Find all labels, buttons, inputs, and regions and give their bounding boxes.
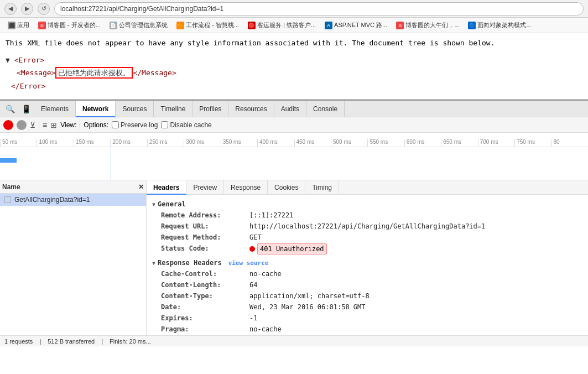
rh-expires: Expires: -1 bbox=[161, 313, 582, 323]
response-headers-section-title: Response Headers view source bbox=[152, 259, 582, 267]
rh-date-key: Date: bbox=[161, 302, 249, 312]
bookmark-apps[interactable]: ⬛ 应用 bbox=[4, 20, 33, 30]
bookmark-4-label: 客运服务 | 铁路客户... bbox=[257, 21, 316, 29]
tab-resources[interactable]: Resources bbox=[228, 101, 274, 117]
ruler-mark-13: 700 ms bbox=[478, 139, 514, 147]
tab-network[interactable]: Network bbox=[76, 101, 116, 117]
rh-date: Date: Wed, 23 Mar 2016 06:01:58 GMT bbox=[161, 302, 582, 312]
back-button[interactable]: ◀ bbox=[4, 3, 17, 15]
ruler-mark-4: 250 ms bbox=[147, 139, 184, 147]
ruler-mark-6: 350 ms bbox=[221, 139, 257, 147]
timeline-ruler: 50 ms 100 ms 150 ms 200 ms 250 ms 300 ms… bbox=[0, 133, 588, 147]
status-dot bbox=[249, 246, 255, 252]
preserve-log-checkbox[interactable]: Preserve log bbox=[112, 121, 158, 129]
xml-tree: ▼ <Error> <Message>已拒绝为此请求授权。</Message> … bbox=[6, 54, 582, 92]
bookmark-3[interactable]: 🔶 工作流程 - 智慧桃... bbox=[173, 20, 242, 30]
rh-pragma-val: no-cache bbox=[249, 324, 282, 334]
disable-cache-input[interactable] bbox=[161, 121, 168, 128]
status-badge: 401 Unauthorized bbox=[249, 243, 327, 254]
bookmark-5-label: ASP.NET MVC 路... bbox=[334, 21, 387, 29]
bm7-icon: 🔵 bbox=[468, 22, 476, 29]
general-section-title: General bbox=[152, 200, 582, 208]
file-list-item-0[interactable]: GetAllChargingData?id=1 bbox=[0, 194, 146, 206]
ruler-mark-9: 500 ms bbox=[331, 139, 367, 147]
bookmark-2[interactable]: 📄 公司管理信息系统 bbox=[106, 20, 171, 30]
ruler-mark-14: 750 ms bbox=[514, 139, 551, 147]
file-icon bbox=[4, 196, 11, 203]
network-toolbar: ⊻ ≡ ⊞ View: Options: Preserve log Disabl… bbox=[0, 117, 588, 133]
xml-message-close: </Message> bbox=[133, 69, 176, 77]
xml-error-close: </Error> bbox=[11, 80, 582, 92]
bm3-icon: 🔶 bbox=[176, 22, 184, 29]
bookmark-1[interactable]: B 博客园 - 开发者的... bbox=[35, 20, 104, 30]
bookmark-bar: ⬛ 应用 B 博客园 - 开发者的... 📄 公司管理信息系统 🔶 工作流程 -… bbox=[0, 18, 588, 33]
tab-timeline[interactable]: Timeline bbox=[154, 101, 192, 117]
bookmark-6[interactable]: B 博客园的大牛们，... bbox=[393, 20, 462, 30]
detail-tab-bar: Headers Preview Response Cookies Timing bbox=[147, 180, 588, 195]
forward-button[interactable]: ▶ bbox=[21, 3, 33, 15]
xml-info-text: This XML file does not appear to have an… bbox=[6, 38, 582, 49]
xml-error-tag: <Error> bbox=[14, 56, 45, 64]
status-requests: 1 requests bbox=[4, 338, 33, 345]
disable-cache-checkbox[interactable]: Disable cache bbox=[161, 121, 211, 129]
bookmark-7[interactable]: 🔵 面向对象架构模式... bbox=[465, 20, 534, 30]
rh-expires-key: Expires: bbox=[161, 313, 249, 323]
detail-tab-response[interactable]: Response bbox=[224, 180, 268, 195]
bookmark-4[interactable]: 🔴 客运服务 | 铁路客户... bbox=[244, 20, 319, 30]
apps-icon: ⬛ bbox=[8, 22, 15, 29]
xml-arrow: ▼ bbox=[6, 56, 10, 64]
tab-console[interactable]: Console bbox=[306, 101, 345, 117]
list-view-icon[interactable]: ≡ bbox=[43, 121, 47, 129]
rh-cache-control-val: no-cache bbox=[249, 269, 282, 279]
ruler-mark-11: 600 ms bbox=[404, 139, 441, 147]
view-source-link[interactable]: view source bbox=[228, 259, 269, 267]
ruler-mark-5: 300 ms bbox=[184, 139, 220, 147]
timeline-bar-area bbox=[0, 147, 588, 180]
detail-tab-preview[interactable]: Preview bbox=[186, 180, 224, 195]
devtools-tab-bar: 🔍 📱 Elements Network Sources Timeline Pr… bbox=[0, 101, 588, 117]
bookmark-3-label: 工作流程 - 智慧桃... bbox=[186, 21, 239, 29]
request-url-key: Request URL: bbox=[161, 221, 249, 231]
file-list-panel: Name ✕ GetAllChargingData?id=1 bbox=[0, 180, 147, 335]
status-separator-1: | bbox=[39, 338, 41, 345]
separator-2 bbox=[80, 121, 80, 129]
ruler-mark-2: 150 ms bbox=[74, 139, 110, 147]
devtools-panel: 🔍 📱 Elements Network Sources Timeline Pr… bbox=[0, 100, 588, 346]
bookmark-apps-label: 应用 bbox=[17, 21, 29, 29]
detail-tab-cookies[interactable]: Cookies bbox=[268, 180, 305, 195]
remote-address-key: Remote Address: bbox=[161, 210, 249, 220]
preserve-log-label: Preserve log bbox=[121, 121, 158, 129]
bookmark-5[interactable]: A ASP.NET MVC 路... bbox=[321, 20, 391, 30]
mobile-icon[interactable]: 📱 bbox=[18, 101, 34, 117]
rh-content-type-key: Content-Type: bbox=[161, 291, 249, 301]
detail-tab-headers[interactable]: Headers bbox=[147, 180, 186, 195]
filter-icon[interactable]: ⊻ bbox=[30, 121, 35, 129]
address-bar[interactable] bbox=[54, 2, 584, 15]
tab-profiles[interactable]: Profiles bbox=[192, 101, 228, 117]
bookmark-1-label: 博客园 - 开发者的... bbox=[48, 21, 101, 29]
grid-view-icon[interactable]: ⊞ bbox=[50, 121, 57, 129]
tab-elements[interactable]: Elements bbox=[34, 101, 76, 117]
file-list-close-button[interactable]: ✕ bbox=[138, 183, 144, 191]
separator-1 bbox=[39, 121, 39, 129]
request-method-row: Request Method: GET bbox=[161, 232, 582, 242]
status-bar: 1 requests | 512 B transferred | Finish:… bbox=[0, 335, 588, 346]
inspect-icon[interactable]: 🔍 bbox=[2, 101, 18, 117]
preserve-log-input[interactable] bbox=[112, 121, 119, 128]
tab-sources[interactable]: Sources bbox=[116, 101, 154, 117]
rh-pragma-key: Pragma: bbox=[161, 324, 249, 334]
detail-tab-timing[interactable]: Timing bbox=[305, 180, 339, 195]
status-code-row: Status Code: 401 Unauthorized bbox=[161, 243, 582, 254]
clear-button[interactable] bbox=[17, 120, 27, 130]
rh-cache-control-key: Cache-Control: bbox=[161, 269, 249, 279]
bm6-icon: B bbox=[396, 22, 404, 29]
record-button[interactable] bbox=[3, 120, 13, 130]
reload-button[interactable]: ↺ bbox=[38, 3, 50, 15]
xml-message-open: <Message> bbox=[17, 69, 55, 77]
disable-cache-label: Disable cache bbox=[170, 121, 211, 129]
bookmark-6-label: 博客园的大牛们，... bbox=[405, 21, 459, 29]
rh-content-type-val: application/xml; charset=utf-8 bbox=[249, 291, 370, 301]
tab-audits[interactable]: Audits bbox=[274, 101, 306, 117]
detail-panel: Headers Preview Response Cookies Timing … bbox=[147, 180, 588, 335]
ruler-mark-3: 200 ms bbox=[110, 139, 147, 147]
